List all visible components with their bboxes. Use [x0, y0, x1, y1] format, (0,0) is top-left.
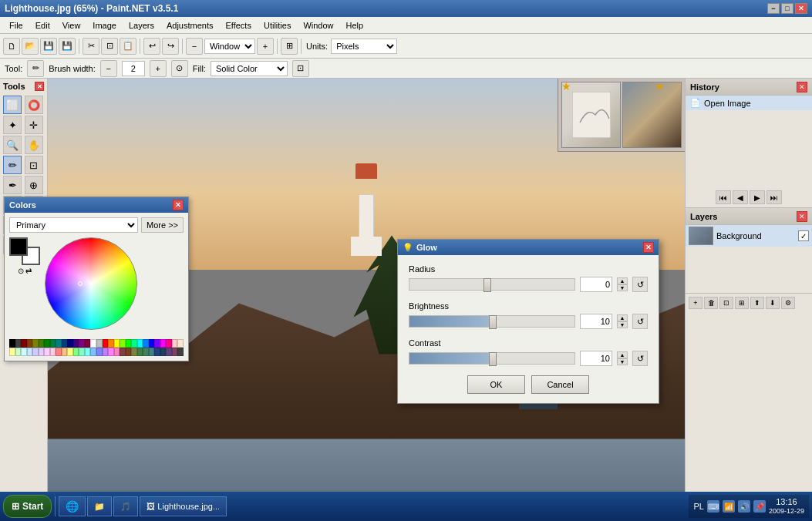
palette-cell[interactable] [160, 348, 167, 356]
palette-cell[interactable] [67, 339, 73, 348]
menu-adjustments[interactable]: Adjustments [160, 19, 220, 32]
palette-cell[interactable] [149, 348, 155, 356]
maximize-button[interactable]: □ [781, 3, 793, 14]
history-last-button[interactable]: ⏭ [767, 190, 782, 204]
palette-cell[interactable] [120, 348, 126, 356]
palette-cell[interactable] [166, 339, 172, 348]
palette-cell[interactable] [96, 339, 103, 348]
history-first-button[interactable]: ⏮ [716, 190, 731, 204]
palette-cell[interactable] [73, 339, 79, 348]
tool-pencil[interactable]: ✒ [3, 176, 22, 194]
layer-duplicate-button[interactable]: ⊡ [719, 297, 733, 309]
taskbar-ie[interactable]: 🌐 [59, 496, 86, 516]
palette-cell[interactable] [177, 339, 184, 348]
blend-mode[interactable]: ⊡ [292, 60, 309, 77]
palette-cell[interactable] [114, 348, 120, 356]
palette-cell[interactable] [103, 339, 109, 348]
palette-cell[interactable] [172, 339, 178, 348]
palette-cell[interactable] [177, 348, 184, 356]
tool-move[interactable]: ✛ [25, 116, 43, 134]
palette-cell[interactable] [50, 348, 56, 356]
window-select[interactable]: Window [204, 39, 255, 54]
layer-visibility-check[interactable]: ✓ [798, 230, 809, 241]
tool-eraser[interactable]: ⊡ [25, 156, 43, 174]
menu-file[interactable]: File [3, 19, 29, 32]
palette-cell[interactable] [103, 348, 109, 356]
palette-cell[interactable] [44, 339, 50, 348]
palette-cell[interactable] [126, 348, 132, 356]
menu-utilities[interactable]: Utilities [258, 19, 297, 32]
taskbar-explorer[interactable]: 📁 [87, 496, 112, 516]
brightness-slider-thumb[interactable] [489, 315, 497, 329]
menu-image[interactable]: Image [86, 19, 123, 32]
brush-width-input[interactable] [122, 61, 145, 76]
palette-cell[interactable] [21, 339, 27, 348]
undo-button[interactable]: ↩ [143, 38, 160, 55]
palette-cell[interactable] [67, 348, 73, 356]
new-button[interactable]: 🗋 [3, 38, 20, 55]
brightness-spin-up[interactable]: ▲ [617, 314, 628, 321]
glow-cancel-button[interactable]: Cancel [531, 375, 589, 394]
palette-cell[interactable] [15, 339, 22, 348]
reset-colors-icon[interactable]: ⊙ [18, 267, 24, 275]
cut-button[interactable]: ✂ [83, 38, 99, 55]
radius-slider-thumb[interactable] [483, 278, 491, 292]
brush-antialias[interactable]: ⊙ [171, 60, 188, 77]
grid-button[interactable]: ⊞ [281, 38, 298, 55]
palette-cell[interactable] [131, 339, 137, 348]
palette-cell[interactable] [131, 348, 137, 356]
glow-ok-button[interactable]: OK [467, 375, 525, 394]
palette-cell[interactable] [32, 348, 39, 356]
palette-cell[interactable] [15, 348, 22, 356]
tool-hand[interactable]: ✋ [25, 136, 43, 154]
palette-cell[interactable] [56, 339, 62, 348]
brush-width-down[interactable]: − [100, 60, 117, 77]
menu-effects[interactable]: Effects [220, 19, 258, 32]
menu-layers[interactable]: Layers [123, 19, 160, 32]
palette-cell[interactable] [32, 339, 39, 348]
radius-spin-down[interactable]: ▼ [617, 284, 628, 291]
history-item-open-image[interactable]: 📄 Open Image [686, 96, 812, 110]
brightness-spin-down[interactable]: ▼ [617, 321, 628, 328]
palette-cell[interactable] [79, 339, 85, 348]
tool-zoom[interactable]: 🔍 [3, 136, 22, 154]
brightness-slider-track[interactable] [409, 315, 575, 328]
palette-cell[interactable] [143, 339, 149, 348]
palette-cell[interactable] [62, 348, 68, 356]
tool-clone-stamp[interactable]: ⊕ [25, 176, 43, 194]
tools-close-button[interactable]: ✕ [35, 82, 44, 91]
layers-close-button[interactable]: ✕ [797, 211, 807, 222]
palette-cell[interactable] [85, 348, 91, 356]
palette-cell[interactable] [39, 348, 45, 356]
tool-icon[interactable]: ✏ [27, 60, 44, 77]
palette-cell[interactable] [27, 348, 33, 356]
tool-rectangle-select[interactable]: ⬜ [3, 96, 22, 114]
palette-cell[interactable] [154, 348, 160, 356]
palette-cell[interactable] [114, 339, 120, 348]
open-button[interactable]: 📂 [22, 38, 39, 55]
radius-reset-button[interactable]: ↺ [632, 277, 648, 292]
palette-cell[interactable] [96, 348, 103, 356]
copy-button[interactable]: ⊡ [101, 38, 118, 55]
history-prev-button[interactable]: ◀ [733, 190, 748, 204]
layer-delete-button[interactable]: 🗑 [704, 297, 718, 309]
palette-cell[interactable] [137, 348, 143, 356]
layer-up-button[interactable]: ⬆ [750, 297, 764, 309]
glow-dialog-close[interactable]: ✕ [643, 242, 654, 253]
palette-cell[interactable] [62, 339, 68, 348]
menu-window[interactable]: Window [297, 19, 339, 32]
more-button[interactable]: More >> [141, 217, 184, 233]
palette-cell[interactable] [85, 339, 91, 348]
palette-cell[interactable] [120, 339, 126, 348]
palette-cell[interactable] [166, 348, 172, 356]
history-next-button[interactable]: ▶ [750, 190, 765, 204]
colors-primary-swatch[interactable] [9, 237, 28, 256]
palette-cell[interactable] [160, 339, 167, 348]
brush-width-up[interactable]: + [150, 60, 167, 77]
close-button[interactable]: ✕ [795, 3, 807, 14]
palette-cell[interactable] [126, 339, 132, 348]
contrast-reset-button[interactable]: ↺ [632, 351, 648, 366]
zoom-in-button[interactable]: + [257, 38, 274, 55]
radius-spin-up[interactable]: ▲ [617, 277, 628, 284]
palette-cell[interactable] [108, 348, 114, 356]
